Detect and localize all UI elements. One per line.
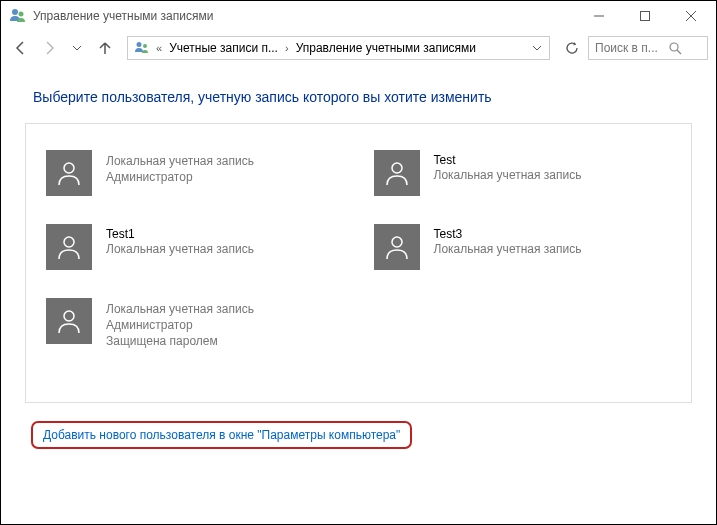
chevron-down-icon[interactable] bbox=[529, 43, 545, 53]
svg-point-7 bbox=[143, 44, 147, 48]
window-controls bbox=[576, 1, 714, 31]
user-role: Администратор bbox=[106, 169, 254, 185]
svg-point-12 bbox=[64, 237, 74, 247]
user-info: Локальная учетная запись Администратор bbox=[106, 150, 254, 185]
breadcrumb-icon bbox=[134, 40, 150, 56]
svg-point-0 bbox=[12, 9, 18, 15]
footer-link-highlight: Добавить нового пользователя в окне "Пар… bbox=[31, 421, 412, 449]
avatar bbox=[374, 150, 420, 196]
search-box[interactable] bbox=[588, 36, 708, 60]
avatar bbox=[374, 224, 420, 270]
breadcrumb-seg2[interactable]: Управление учетными записями bbox=[293, 41, 479, 55]
svg-point-8 bbox=[670, 43, 678, 51]
svg-point-11 bbox=[392, 163, 402, 173]
chevron-left-icon: « bbox=[153, 42, 165, 54]
breadcrumb[interactable]: « Учетные записи п... › Управление учетн… bbox=[127, 36, 550, 60]
chevron-right-icon: › bbox=[282, 42, 292, 54]
user-info: Локальная учетная запись Администратор З… bbox=[106, 298, 254, 350]
titlebar: Управление учетными записями bbox=[1, 1, 716, 31]
close-button[interactable] bbox=[668, 1, 714, 31]
user-name: Test bbox=[434, 153, 582, 167]
minimize-button[interactable] bbox=[576, 1, 622, 31]
page-heading: Выберите пользователя, учетную запись ко… bbox=[25, 73, 692, 123]
user-item[interactable]: Test1 Локальная учетная запись bbox=[46, 224, 344, 270]
svg-line-9 bbox=[677, 50, 681, 54]
user-name: Test3 bbox=[434, 227, 582, 241]
user-grid: Локальная учетная запись Администратор T… bbox=[25, 123, 692, 403]
svg-point-13 bbox=[392, 237, 402, 247]
breadcrumb-seg1[interactable]: Учетные записи п... bbox=[166, 41, 281, 55]
avatar bbox=[46, 298, 92, 344]
search-icon bbox=[669, 42, 682, 55]
user-type: Локальная учетная запись bbox=[106, 241, 254, 257]
content: Выберите пользователя, учетную запись ко… bbox=[1, 65, 716, 449]
user-info: Test3 Локальная учетная запись bbox=[434, 224, 582, 257]
user-info: Test Локальная учетная запись bbox=[434, 150, 582, 183]
window-title: Управление учетными записями bbox=[33, 9, 576, 23]
user-item[interactable]: Локальная учетная запись Администратор bbox=[46, 150, 344, 196]
user-item[interactable]: Локальная учетная запись Администратор З… bbox=[46, 298, 344, 350]
refresh-button[interactable] bbox=[560, 36, 584, 60]
app-icon bbox=[9, 7, 27, 25]
user-info: Test1 Локальная учетная запись bbox=[106, 224, 254, 257]
user-type: Локальная учетная запись bbox=[434, 167, 582, 183]
user-type: Локальная учетная запись bbox=[106, 301, 254, 317]
user-protect: Защищена паролем bbox=[106, 333, 254, 349]
navbar: « Учетные записи п... › Управление учетн… bbox=[1, 31, 716, 65]
svg-point-14 bbox=[64, 311, 74, 321]
user-type: Локальная учетная запись bbox=[434, 241, 582, 257]
svg-point-1 bbox=[19, 12, 24, 17]
avatar bbox=[46, 150, 92, 196]
user-type: Локальная учетная запись bbox=[106, 153, 254, 169]
user-item[interactable]: Test3 Локальная учетная запись bbox=[374, 224, 672, 270]
search-input[interactable] bbox=[595, 41, 665, 55]
svg-point-10 bbox=[64, 163, 74, 173]
svg-point-6 bbox=[137, 42, 142, 47]
forward-button[interactable] bbox=[37, 36, 61, 60]
add-user-link[interactable]: Добавить нового пользователя в окне "Пар… bbox=[43, 428, 400, 442]
back-button[interactable] bbox=[9, 36, 33, 60]
user-item[interactable]: Test Локальная учетная запись bbox=[374, 150, 672, 196]
maximize-button[interactable] bbox=[622, 1, 668, 31]
user-role: Администратор bbox=[106, 317, 254, 333]
up-button[interactable] bbox=[93, 36, 117, 60]
avatar bbox=[46, 224, 92, 270]
recent-dropdown[interactable] bbox=[65, 36, 89, 60]
svg-rect-3 bbox=[641, 12, 650, 21]
user-name: Test1 bbox=[106, 227, 254, 241]
